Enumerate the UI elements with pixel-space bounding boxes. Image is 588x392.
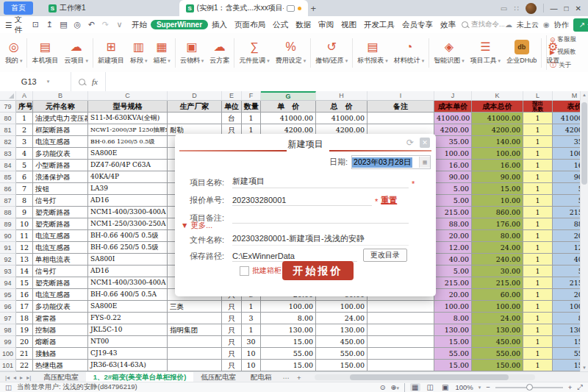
- cell-B81[interactable]: 框架断路器: [33, 124, 88, 136]
- eye-icon[interactable]: ⊙: [380, 383, 386, 391]
- cell-B95[interactable]: 电流互感器: [33, 289, 88, 301]
- cell-I100[interactable]: [368, 348, 434, 360]
- cell-K98[interactable]: 130.00: [472, 324, 523, 336]
- menu-tab-5[interactable]: 数据: [292, 20, 315, 30]
- row-header-98[interactable]: 98: [0, 324, 16, 336]
- sheet-tab-2[interactable]: 低压配电室: [193, 372, 243, 382]
- more-commands-icon[interactable]: ∨: [115, 20, 124, 29]
- cell-C99[interactable]: NT00: [88, 336, 168, 348]
- cell-H98[interactable]: 130.00: [316, 324, 368, 336]
- cell-L82[interactable]: 1: [523, 136, 553, 148]
- column-header-B[interactable]: B: [33, 91, 88, 101]
- ribbon-button-cabinet[interactable]: ▦箱柜 ▾: [150, 40, 173, 65]
- column-header-I[interactable]: I: [368, 91, 434, 101]
- cell-C88[interactable]: NCM1-400/3300-400A: [88, 207, 168, 218]
- cell-L101[interactable]: 1: [523, 360, 553, 371]
- menu-tab-superwinner[interactable]: SuperWinner: [151, 20, 208, 29]
- cell-F98[interactable]: 1: [242, 324, 261, 336]
- menu-tab-8[interactable]: 开发工具: [360, 20, 398, 30]
- cell-F99[interactable]: 30: [242, 336, 261, 348]
- row-header-85[interactable]: 85: [0, 171, 16, 183]
- cell-G99[interactable]: 15.00: [261, 336, 316, 348]
- ribbon-button-new-project[interactable]: ⊞新建项目: [95, 40, 127, 65]
- cell-A79[interactable]: 序号: [16, 101, 33, 113]
- cell-K92[interactable]: 240.00: [472, 254, 523, 266]
- cell-B93[interactable]: 信号灯: [33, 266, 88, 277]
- ribbon-button-cloud-project[interactable]: ☁云项目 ▾: [61, 40, 90, 65]
- maximize-button[interactable]: □: [564, 4, 569, 13]
- cell-I98[interactable]: [368, 324, 434, 336]
- cell-C89[interactable]: NCM1-250/3300-250A: [88, 218, 168, 230]
- page-break-view-icon[interactable]: ▣: [440, 383, 450, 391]
- cell-C100[interactable]: CJ19-43: [88, 348, 168, 360]
- batch-cabinet-checkbox[interactable]: [240, 266, 249, 276]
- cell-B84[interactable]: 小型断路器: [33, 160, 88, 171]
- ribbon-button-smart-scan[interactable]: ◈智能识图 ▾: [431, 40, 467, 65]
- cell-K86[interactable]: 15.00: [472, 183, 523, 195]
- row-header-87[interactable]: 87: [0, 195, 16, 207]
- new-tab-button[interactable]: +: [311, 3, 317, 14]
- cell-E100[interactable]: 只: [222, 348, 242, 360]
- cell-A88[interactable]: 9: [16, 207, 33, 218]
- cell-B97[interactable]: 避雷器: [33, 313, 88, 324]
- dialog-close-icon[interactable]: ✕: [420, 138, 430, 148]
- cell-B80[interactable]: 油浸式电力变压器: [33, 113, 88, 124]
- cell-E96[interactable]: 只: [222, 301, 242, 313]
- cell-B100[interactable]: 接触器: [33, 348, 88, 360]
- cell-J83[interactable]: 100.00: [434, 148, 472, 160]
- cell-K82[interactable]: 140.00: [472, 136, 523, 148]
- insert-function-button[interactable]: fx: [92, 77, 98, 86]
- cell-D96[interactable]: 三奥: [168, 301, 222, 313]
- next-sheet-icon[interactable]: ▸: [20, 374, 23, 381]
- cell-F100[interactable]: 10: [242, 348, 261, 360]
- save-path-field[interactable]: C:\ExWinnerData: [232, 252, 357, 262]
- column-header-A[interactable]: A: [16, 91, 33, 101]
- row-header-83[interactable]: 83: [0, 148, 16, 160]
- horizontal-scroll-thumb[interactable]: [350, 374, 509, 380]
- cell-H100[interactable]: 550.00: [316, 348, 368, 360]
- row-header-92[interactable]: 92: [0, 254, 16, 266]
- row-header-80[interactable]: 80: [0, 113, 16, 124]
- cell-J101[interactable]: 15.00: [434, 360, 472, 371]
- cell-K80[interactable]: 41000.00: [472, 113, 523, 124]
- cell-A94[interactable]: 15: [16, 277, 33, 289]
- vertical-scrollbar[interactable]: ▲ ▼: [580, 91, 588, 371]
- cell-H96[interactable]: 100.00: [316, 301, 368, 313]
- cell-J88[interactable]: 215.00: [434, 207, 472, 218]
- cell-C81[interactable]: NCW1-2000/3P 1250抽屉式: [88, 124, 168, 136]
- cell-G101[interactable]: 15.00: [261, 360, 316, 371]
- cell-J93[interactable]: 5.00: [434, 266, 472, 277]
- more-options-link[interactable]: ▼ 更多...: [181, 221, 212, 231]
- cell-A80[interactable]: 1: [16, 113, 33, 124]
- refresh-icon[interactable]: ⟳: [406, 138, 414, 148]
- ribbon-button-section[interactable]: ▥标段 ▾: [127, 40, 150, 65]
- cell-D99[interactable]: [168, 336, 222, 348]
- cell-K94[interactable]: 215.00: [472, 277, 523, 289]
- cell-F96[interactable]: 1: [242, 301, 261, 313]
- row-header-84[interactable]: 84: [0, 160, 16, 171]
- cell-J86[interactable]: 5.00: [434, 183, 472, 195]
- ribbon-button-fee-setting[interactable]: %费用设定 ▾: [273, 40, 309, 65]
- cell-L94[interactable]: 1: [523, 277, 553, 289]
- cell-J82[interactable]: 35.00: [434, 136, 472, 148]
- cell-D80[interactable]: [168, 113, 222, 124]
- row-header-79[interactable]: 79: [0, 101, 16, 113]
- cell-F80[interactable]: 1: [242, 113, 261, 124]
- cell-L89[interactable]: 1: [523, 218, 553, 230]
- zoom-in-icon[interactable]: +: [568, 383, 573, 391]
- column-header-J[interactable]: J: [434, 91, 472, 101]
- cell-C79[interactable]: 型号规格: [88, 101, 168, 113]
- change-directory-button[interactable]: 更改目录: [363, 249, 407, 262]
- cell-C97[interactable]: FYS-0.22: [88, 313, 168, 324]
- cell-I79[interactable]: 备注: [368, 101, 434, 113]
- cell-B83[interactable]: 多功能仪表: [33, 148, 88, 160]
- cell-J91[interactable]: 12.00: [434, 242, 472, 254]
- cell-F79[interactable]: 数量: [242, 101, 261, 113]
- cell-G98[interactable]: 130.00: [261, 324, 316, 336]
- cell-K97[interactable]: 24.00: [472, 313, 523, 324]
- cell-A99[interactable]: 20: [16, 336, 33, 348]
- row-header-93[interactable]: 93: [0, 266, 16, 277]
- quote-number-field[interactable]: 202303280001: [232, 196, 372, 206]
- minimize-button[interactable]: —: [551, 4, 558, 13]
- row-header-101[interactable]: 101: [0, 360, 16, 371]
